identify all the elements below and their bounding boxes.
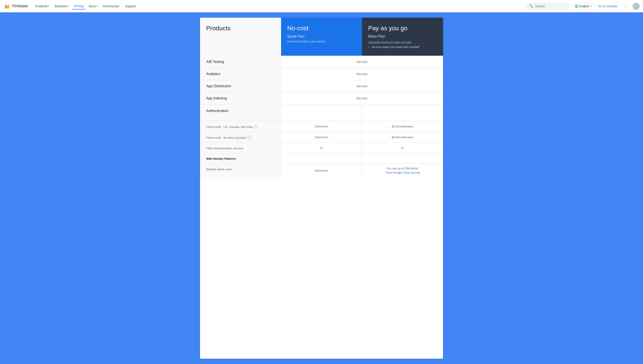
identity-blaze-header (362, 154, 443, 164)
spark-blaze-col-ab-testing: No-cost (281, 56, 443, 68)
chevron-down-icon: ▾ (96, 5, 98, 7)
pricing-table: A/B Testing No-cost Analytics No-cost Ap… (200, 56, 443, 177)
search-input[interactable] (535, 4, 566, 8)
product-col-ab-testing: A/B Testing (200, 56, 281, 68)
nav-item-solutions[interactable]: Solutions ▾ (52, 3, 71, 9)
nav-item-support[interactable]: Support (123, 3, 138, 9)
other-auth-label: Other Authentication services (206, 147, 275, 150)
product-col-app-indexing: App Indexing (200, 92, 281, 104)
spark-plan-desc: Generous limits to get started (287, 40, 356, 43)
nav-links: Products ▾ Solutions ▾ Pricing Docs ▾ Co… (33, 3, 525, 10)
auth-spark-header (281, 104, 362, 121)
product-name-analytics: Analytics (206, 72, 220, 76)
auth-spark-phone-us: 10k/month (281, 121, 362, 132)
nav-label-community: Community (103, 4, 119, 8)
blaze-pricing-link[interactable]: Calculate pricing for apps at scale (368, 40, 411, 44)
spark-blaze-col-app-distribution: No-cost (281, 80, 443, 92)
language-button[interactable]: 🌐 English ▾ (572, 3, 594, 10)
product-name-app-indexing: App Indexing (206, 96, 227, 100)
identity-spark-header (281, 154, 362, 164)
phone-auth-other-label: Phone Auth - All other countries ? (206, 136, 275, 139)
mau-spark-col: 50k/month (281, 164, 362, 177)
navbar: Firebase Products ▾ Solutions ▾ Pricing … (0, 0, 643, 12)
nav-item-community[interactable]: Community ▾ (101, 3, 122, 9)
nav-label-pricing: Pricing (74, 4, 84, 8)
chevron-down-icon: ▾ (48, 5, 49, 7)
chevron-down-icon: ▾ (68, 5, 69, 7)
help-icon[interactable]: ? (254, 125, 257, 128)
auth-col-other-services: Other Authentication services (200, 143, 281, 154)
auth-col-phone-other: Phone Auth - All other countries ? (200, 132, 281, 142)
nav-label-support: Support (125, 4, 136, 8)
main-content: Products No-cost Spark Plan Generous lim… (200, 18, 443, 359)
page-wrapper: Products No-cost Spark Plan Generous lim… (0, 12, 643, 364)
go-to-console-button[interactable]: Go to console (596, 3, 619, 9)
nav-label-docs: Docs (89, 4, 96, 8)
phone-auth-us-label: Phone Auth - US, Canada, and India ? (206, 125, 275, 128)
table-row: A/B Testing No-cost (200, 56, 443, 68)
product-col-app-distribution: App Distribution (200, 80, 281, 92)
spark-blaze-col-analytics: No-cost (281, 68, 443, 80)
language-label: English (579, 4, 589, 8)
more-options-button[interactable]: ⋮ (622, 2, 630, 10)
auth-spark-other-services: ✓ (281, 143, 362, 154)
product-col-analytics: Analytics (200, 68, 281, 80)
table-row: Monthly active users 50k/month No-cost u… (200, 164, 443, 177)
brand-name: Firebase (12, 4, 28, 8)
nav-label-products: Products (35, 4, 48, 8)
blaze-plan-name: Blaze Plan (368, 34, 437, 38)
product-name-app-distribution: App Distribution (206, 84, 231, 88)
authentication-section: Authentication Phone Auth - US, Canada, … (200, 104, 443, 177)
help-icon[interactable]: ? (248, 136, 251, 139)
spark-blaze-col-app-indexing: No-cost (281, 92, 443, 104)
auth-section-title: Authentication (206, 109, 275, 113)
chevron-down-icon: ▾ (119, 5, 120, 7)
nav-item-docs[interactable]: Docs ▾ (87, 3, 100, 9)
nav-right: 🔍 🌐 English ▾ Go to console ⋮ (525, 2, 639, 10)
check-icon: ✓ (368, 46, 370, 48)
auth-blaze-phone-us: $0.01/verification (362, 121, 443, 132)
check-icon: ✓ (401, 146, 404, 151)
mau-product-col: Monthly active users (200, 164, 281, 177)
header-blaze-col: Pay as you go Blaze Plan Calculate prici… (362, 18, 443, 56)
product-name-ab-testing: A/B Testing (206, 60, 224, 64)
globe-icon: 🌐 (575, 4, 578, 8)
pricing-header: Products No-cost Spark Plan Generous lim… (200, 18, 443, 56)
nav-item-pricing[interactable]: Pricing (72, 3, 86, 10)
blaze-included: ✓ No-cost usage from Spark plan included… (368, 46, 437, 48)
table-row: App Distribution No-cost (200, 80, 443, 92)
blaze-title: Pay as you go (368, 25, 437, 32)
search-icon: 🔍 (529, 4, 533, 8)
table-row: Phone Auth - US, Canada, and India ? 10k… (200, 121, 443, 132)
auth-blaze-phone-other: $0.06/verification (362, 132, 443, 142)
nav-item-products[interactable]: Products ▾ (33, 3, 51, 9)
identity-platform-title-col: With Identity Platform (200, 154, 281, 164)
google-cloud-pricing-link[interactable]: Google Cloud pricing (393, 171, 420, 174)
table-row: Other Authentication services ✓ ✓ (200, 142, 443, 154)
header-spark-col: No-cost Spark Plan Generous limits to ge… (281, 18, 362, 56)
table-row: Analytics No-cost (200, 68, 443, 80)
auth-product-header: Authentication (200, 104, 281, 121)
auth-spark-phone-other: 10k/month (281, 132, 362, 142)
avatar-image (632, 3, 639, 10)
table-row: Phone Auth - All other countries ? 10k/m… (200, 132, 443, 142)
spark-plan-name: Spark Plan (287, 34, 356, 38)
table-row: App Indexing No-cost (200, 92, 443, 104)
spark-title: No-cost (287, 25, 356, 32)
nav-label-solutions: Solutions (54, 4, 67, 8)
identity-platform-header: With Identity Platform (200, 154, 443, 164)
auth-col-phone-us: Phone Auth - US, Canada, and India ? (200, 121, 281, 132)
brand-logo[interactable]: Firebase (4, 3, 28, 10)
chevron-down-icon: ▾ (590, 5, 591, 7)
header-products-col: Products (200, 18, 281, 56)
products-heading: Products (206, 25, 275, 32)
mau-blaze-col: No-cost up to 50k MAUs Then Google Cloud… (362, 164, 443, 177)
auth-blaze-header (362, 104, 443, 121)
auth-header-row: Authentication (200, 104, 443, 121)
identity-platform-title: With Identity Platform (206, 157, 275, 160)
avatar[interactable] (632, 3, 639, 10)
check-icon: ✓ (320, 146, 323, 151)
search-box[interactable]: 🔍 (525, 3, 570, 10)
auth-blaze-other-services: ✓ (362, 143, 443, 154)
mau-label: Monthly active users (206, 168, 275, 171)
